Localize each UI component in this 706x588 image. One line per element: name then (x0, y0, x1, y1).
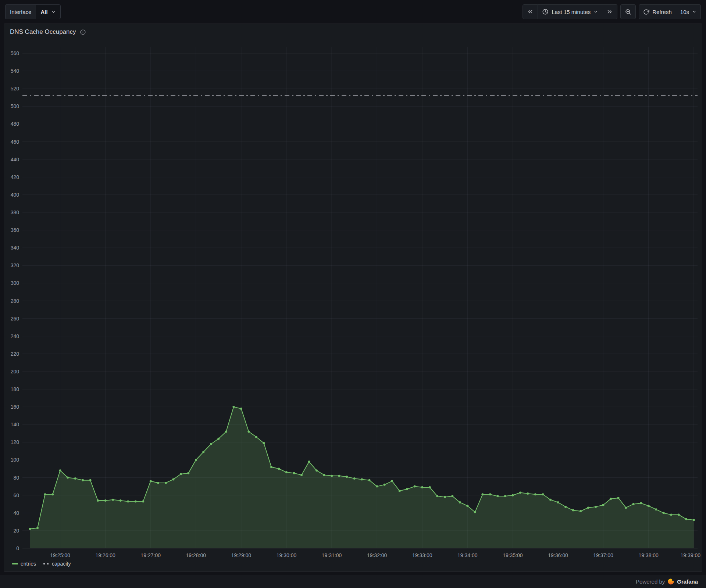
legend-label-capacity: capacity (52, 561, 71, 567)
svg-text:480: 480 (11, 121, 19, 127)
svg-text:380: 380 (11, 209, 19, 215)
svg-text:520: 520 (11, 86, 19, 92)
variable-value-text: All (40, 9, 47, 15)
powered-by-grafana-link[interactable]: Powered by Grafana (0, 575, 706, 588)
svg-text:19:33:00: 19:33:00 (412, 552, 432, 558)
svg-text:0: 0 (16, 545, 19, 551)
svg-text:19:27:00: 19:27:00 (140, 552, 161, 558)
svg-text:19:32:00: 19:32:00 (367, 552, 387, 558)
grafana-logo-icon (667, 578, 674, 585)
time-range-picker-button[interactable]: Last 15 minutes (538, 4, 602, 19)
double-chevron-left-icon (527, 8, 534, 15)
template-variable-interface: Interface All (5, 4, 61, 19)
chevron-down-icon (593, 10, 598, 14)
svg-text:19:36:00: 19:36:00 (548, 552, 568, 558)
svg-text:60: 60 (13, 492, 19, 498)
refresh-interval-value: 10s (680, 9, 689, 15)
svg-text:340: 340 (11, 245, 19, 251)
dashboard-toolbar: Interface All Last (0, 0, 706, 24)
svg-text:160: 160 (11, 404, 19, 410)
svg-text:280: 280 (11, 298, 19, 304)
svg-text:420: 420 (11, 174, 19, 180)
panel-title: DNS Cache Occupancy (10, 28, 76, 36)
svg-text:19:30:00: 19:30:00 (277, 552, 297, 558)
svg-text:19:34:00: 19:34:00 (457, 552, 478, 558)
double-chevron-right-icon (606, 8, 613, 15)
svg-text:500: 500 (11, 103, 19, 109)
svg-text:460: 460 (11, 139, 19, 145)
chevron-down-icon (51, 10, 56, 14)
svg-text:19:39:00: 19:39:00 (681, 552, 701, 558)
time-series-chart[interactable]: 0204060801001201401601802002202402602803… (4, 40, 702, 559)
grafana-dashboard: Interface All Last (0, 0, 706, 588)
svg-text:19:26:00: 19:26:00 (95, 552, 115, 558)
svg-text:19:25:00: 19:25:00 (50, 552, 70, 558)
chart-area: 0204060801001201401601802002202402602803… (4, 40, 702, 559)
svg-text:20: 20 (13, 528, 19, 534)
refresh-label: Refresh (652, 9, 672, 15)
panel-header: DNS Cache Occupancy (4, 24, 702, 40)
svg-text:560: 560 (11, 50, 19, 56)
panel-dns-cache-occupancy: DNS Cache Occupancy 02040608010012014016… (4, 24, 702, 572)
powered-by-text: Powered by (636, 578, 665, 585)
svg-text:220: 220 (11, 351, 19, 357)
svg-text:540: 540 (11, 68, 19, 74)
legend-label-entries: entries (21, 561, 36, 567)
svg-text:19:29:00: 19:29:00 (231, 552, 252, 558)
refresh-group: Refresh 10s (639, 4, 701, 19)
refresh-icon (643, 9, 649, 15)
time-shift-forward-button[interactable] (602, 4, 617, 19)
svg-text:120: 120 (11, 439, 19, 445)
svg-text:360: 360 (11, 227, 19, 233)
refresh-interval-dropdown[interactable]: 10s (676, 4, 701, 19)
grafana-brand-text: Grafana (677, 578, 698, 585)
svg-text:40: 40 (13, 510, 19, 516)
svg-text:19:28:00: 19:28:00 (186, 552, 206, 558)
svg-text:180: 180 (11, 386, 19, 392)
svg-text:100: 100 (11, 457, 19, 463)
magnifier-minus-icon (625, 8, 631, 15)
refresh-button[interactable]: Refresh (639, 4, 676, 19)
svg-text:440: 440 (11, 157, 19, 162)
chart-legend: entries capacity (4, 559, 702, 571)
svg-text:260: 260 (11, 316, 19, 322)
info-circle-icon[interactable] (80, 29, 86, 35)
svg-text:300: 300 (11, 280, 19, 286)
svg-text:80: 80 (13, 475, 19, 481)
clock-icon (542, 8, 549, 15)
legend-item-capacity[interactable]: capacity (43, 561, 71, 567)
time-shift-back-button[interactable] (523, 4, 538, 19)
svg-text:140: 140 (11, 422, 19, 427)
svg-text:19:38:00: 19:38:00 (638, 552, 659, 558)
svg-text:19:37:00: 19:37:00 (593, 552, 613, 558)
entries-series-swatch (12, 563, 18, 564)
svg-text:19:35:00: 19:35:00 (503, 552, 523, 558)
svg-text:320: 320 (11, 262, 19, 268)
time-range-group: Last 15 minutes (523, 4, 617, 19)
chevron-down-icon (692, 10, 696, 14)
zoom-out-time-button[interactable] (620, 4, 636, 19)
svg-text:240: 240 (11, 333, 19, 339)
svg-text:200: 200 (11, 369, 19, 374)
time-controls: Last 15 minutes (523, 4, 701, 19)
variable-label: Interface (5, 4, 36, 19)
variable-value-dropdown[interactable]: All (36, 4, 60, 19)
capacity-series-swatch (43, 563, 49, 564)
time-range-label: Last 15 minutes (552, 9, 591, 15)
legend-item-entries[interactable]: entries (12, 561, 36, 567)
svg-text:19:31:00: 19:31:00 (322, 552, 342, 558)
svg-text:400: 400 (11, 192, 19, 198)
